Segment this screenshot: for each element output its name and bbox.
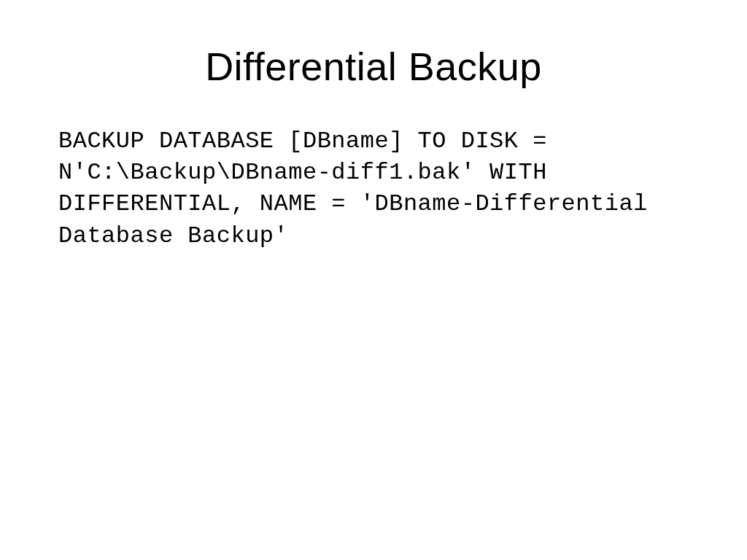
slide-container: Differential Backup BACKUP DATABASE [DBn… bbox=[0, 0, 747, 560]
slide-title: Differential Backup bbox=[58, 44, 689, 89]
code-block: BACKUP DATABASE [DBname] TO DISK = N'C:\… bbox=[58, 125, 689, 252]
